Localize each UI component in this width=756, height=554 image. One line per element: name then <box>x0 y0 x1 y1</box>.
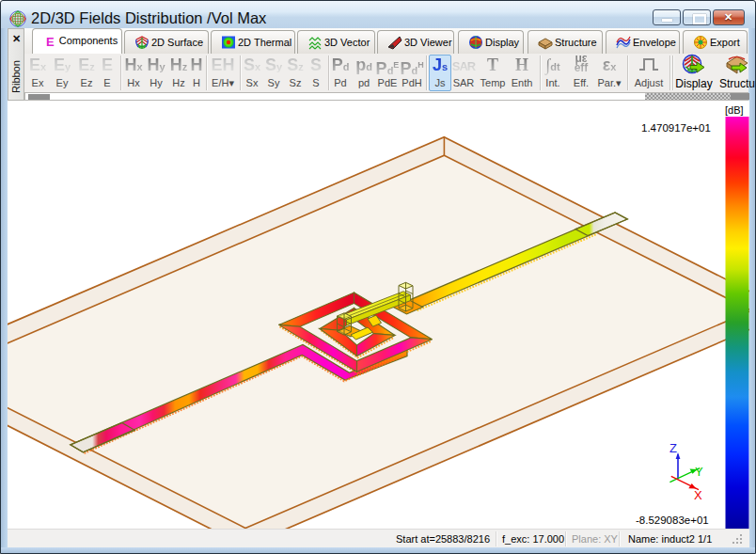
svg-text:Y: Y <box>695 465 703 479</box>
svg-text:Z: Z <box>669 441 677 455</box>
svg-text:E: E <box>46 35 55 49</box>
svg-text:1.470917e+01: 1.470917e+01 <box>641 122 711 134</box>
svg-text:[dB]: [dB] <box>725 104 744 116</box>
svg-text:X: X <box>694 488 702 502</box>
svg-text:-8.529083e+01: -8.529083e+01 <box>636 514 709 526</box>
